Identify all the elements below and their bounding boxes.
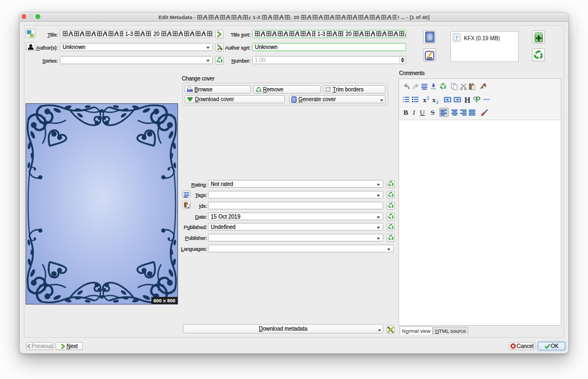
svg-text:2: 2 bbox=[436, 100, 438, 104]
svg-text:2: 2 bbox=[427, 96, 429, 101]
svg-text:x: x bbox=[423, 96, 426, 104]
svg-text:?: ? bbox=[455, 35, 458, 41]
svg-text:H: H bbox=[464, 96, 470, 104]
svg-text:x: x bbox=[432, 96, 436, 104]
